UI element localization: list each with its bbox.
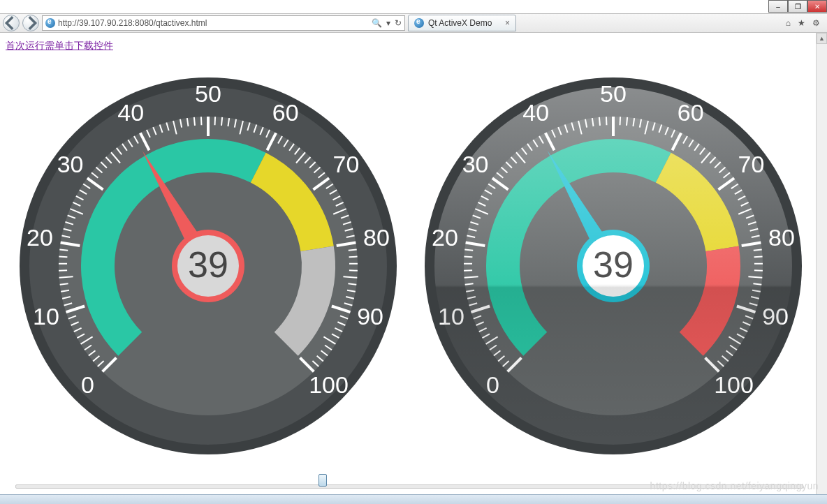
svg-text:80: 80 bbox=[363, 224, 390, 251]
gauge-right-svg: 010203040506070809010039 bbox=[418, 64, 809, 468]
back-button[interactable] bbox=[3, 15, 20, 31]
maximize-button[interactable]: ❐ bbox=[788, 0, 807, 13]
svg-line-84 bbox=[349, 250, 357, 251]
ie-icon bbox=[414, 18, 424, 28]
svg-text:40: 40 bbox=[117, 99, 144, 126]
svg-text:100: 100 bbox=[309, 371, 349, 398]
toolbar-right: ⌂ ★ ⚙ bbox=[786, 18, 824, 28]
svg-point-238 bbox=[434, 87, 792, 445]
svg-text:70: 70 bbox=[332, 151, 359, 177]
tab-title: Qt ActiveX Demo bbox=[428, 18, 492, 28]
svg-text:30: 30 bbox=[57, 151, 84, 177]
scroll-up-icon[interactable]: ▲ bbox=[817, 33, 827, 44]
search-icon[interactable]: 🔍 bbox=[372, 18, 382, 28]
value-slider[interactable] bbox=[15, 484, 803, 489]
svg-text:39: 39 bbox=[188, 244, 228, 285]
svg-text:20: 20 bbox=[27, 224, 53, 251]
gauge-right: 010203040506070809010039 bbox=[418, 64, 809, 468]
vertical-scrollbar[interactable]: ▲ bbox=[816, 33, 827, 494]
svg-line-54 bbox=[215, 117, 216, 125]
gauge-row: 010203040506070809010039 010203040506070… bbox=[0, 57, 827, 475]
browser-tab[interactable]: Qt ActiveX Demo × bbox=[408, 15, 516, 31]
url-input[interactable] bbox=[58, 18, 369, 28]
svg-line-22 bbox=[59, 250, 68, 251]
minimize-button[interactable]: – bbox=[768, 0, 788, 13]
svg-line-51 bbox=[194, 117, 195, 126]
taskbar bbox=[0, 494, 827, 504]
window-controls: – ❐ ✕ bbox=[768, 0, 827, 13]
svg-text:60: 60 bbox=[272, 99, 299, 126]
address-tools: 🔍 ▾ ↻ bbox=[372, 18, 402, 28]
favorites-icon[interactable]: ★ bbox=[798, 18, 805, 28]
browser-toolbar: 🔍 ▾ ↻ Qt ActiveX Demo × ⌂ ★ ⚙ bbox=[0, 13, 827, 33]
svg-line-21 bbox=[59, 257, 67, 258]
svg-text:10: 10 bbox=[33, 303, 59, 329]
close-button[interactable]: ✕ bbox=[807, 0, 827, 13]
tab-close-icon[interactable]: × bbox=[505, 18, 510, 28]
svg-text:0: 0 bbox=[81, 371, 94, 398]
refresh-icon[interactable]: ↻ bbox=[395, 18, 402, 28]
ie-icon bbox=[45, 18, 55, 28]
svg-line-55 bbox=[221, 117, 222, 126]
address-bar[interactable]: 🔍 ▾ ↻ bbox=[42, 15, 405, 31]
dropdown-icon[interactable]: ▾ bbox=[386, 18, 390, 28]
home-icon[interactable]: ⌂ bbox=[786, 18, 791, 28]
page-viewport: 首次运行需单击下载控件 010203040506070809010039 010… bbox=[0, 33, 827, 494]
download-control-link[interactable]: 首次运行需单击下载控件 bbox=[6, 40, 113, 52]
svg-line-52 bbox=[201, 117, 202, 125]
svg-text:90: 90 bbox=[357, 303, 383, 329]
gauge-left-svg: 010203040506070809010039 bbox=[13, 64, 404, 468]
slider-thumb[interactable] bbox=[319, 474, 327, 487]
forward-button[interactable] bbox=[22, 15, 39, 31]
tools-icon[interactable]: ⚙ bbox=[812, 18, 820, 28]
svg-line-85 bbox=[349, 257, 358, 258]
svg-text:50: 50 bbox=[195, 80, 221, 107]
gauge-left: 010203040506070809010039 bbox=[13, 64, 404, 468]
